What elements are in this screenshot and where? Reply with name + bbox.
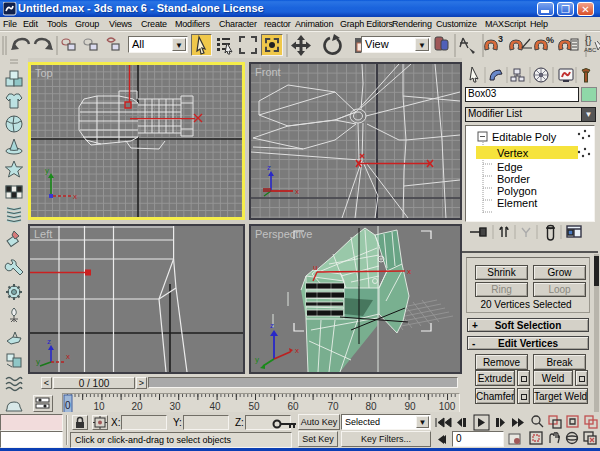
svg-text:Border: Border xyxy=(497,173,530,185)
svg-text:x: x xyxy=(73,192,77,201)
svg-text:y: y xyxy=(255,355,259,364)
svg-text:y: y xyxy=(45,166,49,175)
svg-text:50: 50 xyxy=(248,401,260,412)
svg-text:90: 90 xyxy=(404,401,416,412)
svg-text:x: x xyxy=(66,352,70,361)
svg-text:%: % xyxy=(546,35,554,45)
svg-text:20: 20 xyxy=(131,401,143,412)
svg-text:Element: Element xyxy=(497,197,537,209)
svg-text:60: 60 xyxy=(287,401,299,412)
svg-text:Polygon: Polygon xyxy=(497,185,537,197)
svg-text:z: z xyxy=(270,321,274,330)
svg-text:z: z xyxy=(267,163,271,172)
svg-text:z: z xyxy=(47,337,51,346)
svg-text:x: x xyxy=(295,187,299,196)
svg-text:x: x xyxy=(407,267,411,276)
svg-text:x: x xyxy=(295,346,299,355)
svg-text:Vertex: Vertex xyxy=(497,147,529,159)
svg-text:3: 3 xyxy=(498,34,503,44)
svg-text:Edge: Edge xyxy=(497,161,523,173)
svg-text:30: 30 xyxy=(169,401,181,412)
svg-text:0: 0 xyxy=(65,400,71,411)
svg-text:ABC: ABC xyxy=(584,47,597,53)
svg-text:u: u xyxy=(313,263,317,272)
svg-text:Editable Poly: Editable Poly xyxy=(492,131,557,143)
svg-text:10: 10 xyxy=(93,401,105,412)
svg-text:70: 70 xyxy=(327,401,339,412)
svg-text:40: 40 xyxy=(209,401,221,412)
svg-text:80: 80 xyxy=(365,401,377,412)
svg-text:100: 100 xyxy=(439,401,456,412)
svg-text:{}: {} xyxy=(585,35,592,46)
svg-text:y: y xyxy=(36,357,40,366)
